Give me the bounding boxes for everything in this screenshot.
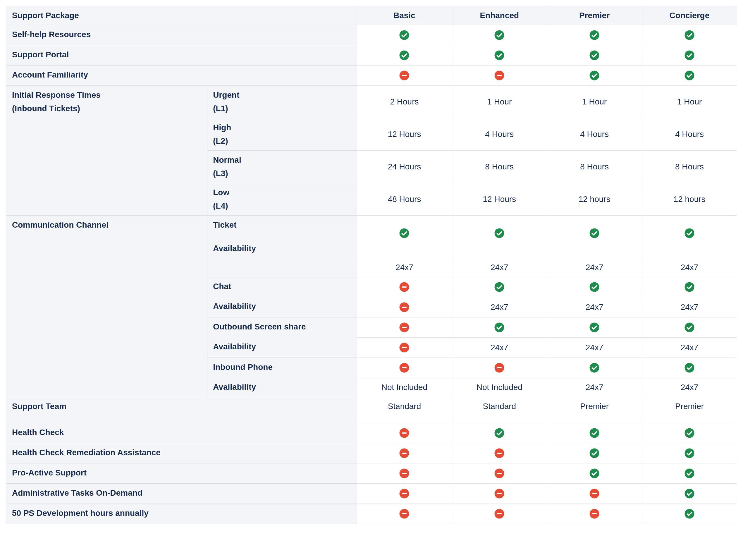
cell: 24x7 bbox=[547, 258, 642, 277]
svg-rect-19 bbox=[402, 287, 407, 288]
check-circle-icon bbox=[684, 509, 695, 519]
high-code: (L2) bbox=[213, 136, 351, 146]
svg-point-42 bbox=[685, 428, 694, 438]
cell bbox=[642, 66, 737, 86]
feature-label: Pro-Active Support bbox=[6, 463, 357, 483]
svg-rect-60 bbox=[592, 493, 597, 494]
check-circle-icon bbox=[494, 428, 505, 438]
feature-label: Administrative Tasks On-Demand bbox=[6, 483, 357, 504]
cell: 4 Hours bbox=[547, 118, 642, 151]
cell bbox=[357, 66, 452, 86]
svg-point-29 bbox=[685, 322, 694, 332]
svg-rect-63 bbox=[402, 513, 407, 514]
cell bbox=[452, 443, 547, 463]
cell: 1 Hour bbox=[547, 86, 642, 118]
cell bbox=[452, 216, 547, 258]
sub-label: Availability bbox=[207, 297, 357, 317]
svg-rect-50 bbox=[402, 473, 407, 474]
check-circle-icon bbox=[589, 448, 600, 459]
cell bbox=[547, 25, 642, 45]
sub-label: Inbound Phone bbox=[207, 357, 357, 378]
minus-circle-icon bbox=[399, 448, 409, 459]
cell: 12 Hours bbox=[357, 118, 452, 151]
high-label: High bbox=[213, 123, 351, 132]
check-circle-icon bbox=[399, 228, 409, 239]
minus-circle-icon bbox=[399, 488, 409, 499]
cell bbox=[547, 66, 642, 86]
cell: Standard bbox=[452, 397, 547, 423]
cell bbox=[357, 25, 452, 45]
svg-point-61 bbox=[685, 488, 694, 498]
cell bbox=[547, 317, 642, 337]
minus-circle-icon bbox=[494, 509, 505, 519]
cell bbox=[452, 504, 547, 524]
cell bbox=[357, 357, 452, 378]
cell: 4 Hours bbox=[452, 118, 547, 151]
svg-rect-26 bbox=[402, 327, 407, 328]
svg-rect-67 bbox=[592, 513, 597, 514]
cell bbox=[547, 443, 642, 463]
cell bbox=[642, 25, 737, 45]
minus-circle-icon bbox=[399, 509, 409, 519]
svg-point-1 bbox=[495, 31, 504, 40]
svg-point-17 bbox=[685, 228, 694, 238]
check-circle-icon bbox=[684, 282, 695, 292]
cell: 24x7 bbox=[642, 378, 737, 397]
cell: 1 Hour bbox=[642, 86, 737, 118]
minus-circle-icon bbox=[494, 468, 505, 479]
check-circle-icon bbox=[399, 30, 409, 40]
irt-line2: (Inbound Tickets) bbox=[12, 104, 201, 113]
cell: 24x7 bbox=[642, 337, 737, 357]
header-feature: Support Package bbox=[6, 6, 357, 25]
svg-point-53 bbox=[590, 468, 599, 478]
cell: Premier bbox=[547, 397, 642, 423]
cell: 12 Hours bbox=[452, 183, 547, 216]
svg-point-37 bbox=[685, 363, 694, 373]
cell bbox=[452, 45, 547, 66]
svg-rect-44 bbox=[402, 453, 407, 454]
cell bbox=[547, 277, 642, 297]
row-admin-tasks: Administrative Tasks On-Demand bbox=[6, 483, 737, 504]
cell: 24 Hours bbox=[357, 151, 452, 183]
cell bbox=[357, 216, 452, 258]
cell bbox=[642, 45, 737, 66]
check-circle-icon bbox=[589, 70, 600, 81]
check-circle-icon bbox=[684, 70, 695, 81]
cell bbox=[547, 504, 642, 524]
check-circle-icon bbox=[589, 50, 600, 60]
cell bbox=[642, 216, 737, 258]
cell bbox=[642, 357, 737, 378]
svg-point-22 bbox=[685, 282, 694, 292]
cell bbox=[547, 216, 642, 258]
check-circle-icon bbox=[684, 488, 695, 499]
row-health-check: Health Check bbox=[6, 423, 737, 443]
header-row: Support Package Basic Enhanced Premier C… bbox=[6, 6, 737, 25]
cell: 48 Hours bbox=[357, 183, 452, 216]
cell: 24x7 bbox=[452, 258, 547, 277]
cell: 24x7 bbox=[547, 378, 642, 397]
normal-label: Normal bbox=[213, 155, 351, 165]
sub-label: Chat bbox=[207, 277, 357, 297]
header-plan-concierge: Concierge bbox=[642, 6, 737, 25]
svg-point-36 bbox=[590, 363, 599, 373]
row-health-remediation: Health Check Remediation Assistance bbox=[6, 443, 737, 463]
svg-point-14 bbox=[400, 228, 409, 238]
check-circle-icon bbox=[684, 30, 695, 40]
check-circle-icon bbox=[684, 228, 695, 239]
svg-point-27 bbox=[495, 322, 504, 332]
cell bbox=[642, 317, 737, 337]
row-comm-ticket: Communication Channel Ticket Availabilit… bbox=[6, 216, 737, 258]
svg-point-20 bbox=[495, 282, 504, 292]
svg-point-68 bbox=[685, 509, 694, 518]
svg-rect-33 bbox=[402, 367, 407, 369]
minus-circle-icon bbox=[399, 468, 409, 479]
cell bbox=[452, 317, 547, 337]
cell bbox=[357, 297, 452, 317]
svg-rect-35 bbox=[497, 367, 502, 369]
svg-point-40 bbox=[495, 428, 504, 438]
sub-label: Availability bbox=[207, 337, 357, 357]
minus-circle-icon bbox=[399, 362, 409, 373]
check-circle-icon bbox=[589, 282, 600, 292]
urgent-code: (L1) bbox=[213, 104, 351, 113]
cell bbox=[642, 504, 737, 524]
